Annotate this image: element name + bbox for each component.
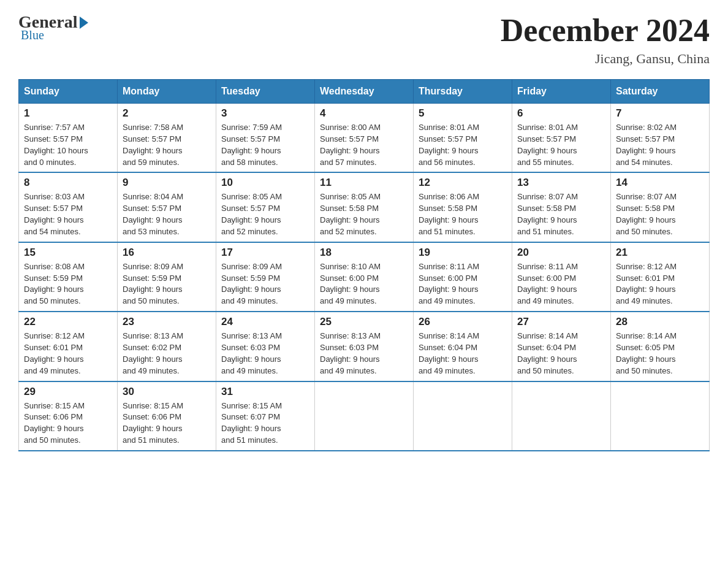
calendar-day-cell: 30Sunrise: 8:15 AMSunset: 6:06 PMDayligh… <box>118 381 216 451</box>
col-header-saturday: Saturday <box>611 80 710 104</box>
day-number: 18 <box>320 247 408 259</box>
calendar-day-cell: 21Sunrise: 8:12 AMSunset: 6:01 PMDayligh… <box>611 242 710 312</box>
calendar-week-row: 1Sunrise: 7:57 AMSunset: 5:57 PMDaylight… <box>19 104 710 173</box>
calendar-day-cell: 3Sunrise: 7:59 AMSunset: 5:57 PMDaylight… <box>216 104 315 173</box>
day-info: Sunrise: 8:01 AMSunset: 5:57 PMDaylight:… <box>517 122 605 168</box>
day-info: Sunrise: 8:15 AMSunset: 6:06 PMDaylight:… <box>24 400 112 446</box>
calendar-day-cell: 1Sunrise: 7:57 AMSunset: 5:57 PMDaylight… <box>19 104 118 173</box>
empty-cell <box>611 381 710 451</box>
day-number: 24 <box>221 316 309 328</box>
day-info: Sunrise: 8:14 AMSunset: 6:04 PMDaylight:… <box>419 331 507 377</box>
logo: General Blue <box>18 12 88 42</box>
day-number: 3 <box>221 107 309 120</box>
col-header-wednesday: Wednesday <box>315 80 414 104</box>
calendar-day-cell: 4Sunrise: 8:00 AMSunset: 5:57 PMDaylight… <box>315 104 414 173</box>
calendar-day-cell: 27Sunrise: 8:14 AMSunset: 6:04 PMDayligh… <box>512 312 611 381</box>
day-number: 2 <box>123 107 211 120</box>
calendar-week-row: 8Sunrise: 8:03 AMSunset: 5:57 PMDaylight… <box>19 172 710 242</box>
logo-blue-text: Blue <box>21 28 44 42</box>
title-block: December 2024 Jicang, Gansu, China <box>501 12 710 67</box>
day-info: Sunrise: 8:12 AMSunset: 6:01 PMDaylight:… <box>616 261 704 307</box>
calendar-table: SundayMondayTuesdayWednesdayThursdayFrid… <box>18 79 710 451</box>
calendar-day-cell: 23Sunrise: 8:13 AMSunset: 6:02 PMDayligh… <box>118 312 216 381</box>
calendar-day-cell: 2Sunrise: 7:58 AMSunset: 5:57 PMDaylight… <box>118 104 216 173</box>
day-number: 12 <box>419 177 507 189</box>
calendar-day-cell: 17Sunrise: 8:09 AMSunset: 5:59 PMDayligh… <box>216 242 315 312</box>
day-info: Sunrise: 8:01 AMSunset: 5:57 PMDaylight:… <box>419 122 507 168</box>
day-info: Sunrise: 8:13 AMSunset: 6:03 PMDaylight:… <box>320 331 408 377</box>
calendar-header-row: SundayMondayTuesdayWednesdayThursdayFrid… <box>19 80 710 104</box>
calendar-day-cell: 25Sunrise: 8:13 AMSunset: 6:03 PMDayligh… <box>315 312 414 381</box>
day-info: Sunrise: 8:06 AMSunset: 5:58 PMDaylight:… <box>419 191 507 237</box>
day-info: Sunrise: 8:13 AMSunset: 6:02 PMDaylight:… <box>123 331 211 377</box>
day-info: Sunrise: 8:07 AMSunset: 5:58 PMDaylight:… <box>616 191 704 237</box>
day-info: Sunrise: 8:14 AMSunset: 6:05 PMDaylight:… <box>616 331 704 377</box>
location-subtitle: Jicang, Gansu, China <box>501 51 710 67</box>
day-number: 28 <box>616 316 704 328</box>
day-info: Sunrise: 7:59 AMSunset: 5:57 PMDaylight:… <box>221 122 309 168</box>
logo-arrow-icon <box>80 17 88 29</box>
day-info: Sunrise: 8:14 AMSunset: 6:04 PMDaylight:… <box>517 331 605 377</box>
day-number: 19 <box>419 247 507 259</box>
month-title: December 2024 <box>501 12 710 48</box>
calendar-day-cell: 6Sunrise: 8:01 AMSunset: 5:57 PMDaylight… <box>512 104 611 173</box>
day-number: 13 <box>517 177 605 189</box>
day-info: Sunrise: 8:10 AMSunset: 6:00 PMDaylight:… <box>320 261 408 307</box>
calendar-day-cell: 12Sunrise: 8:06 AMSunset: 5:58 PMDayligh… <box>414 172 512 242</box>
day-number: 1 <box>24 107 112 120</box>
day-number: 14 <box>616 177 704 189</box>
day-number: 26 <box>419 316 507 328</box>
calendar-day-cell: 10Sunrise: 8:05 AMSunset: 5:57 PMDayligh… <box>216 172 315 242</box>
col-header-sunday: Sunday <box>19 80 118 104</box>
day-number: 27 <box>517 316 605 328</box>
day-number: 10 <box>221 177 309 189</box>
page-header: General Blue December 2024 Jicang, Gansu… <box>18 12 710 67</box>
calendar-day-cell: 28Sunrise: 8:14 AMSunset: 6:05 PMDayligh… <box>611 312 710 381</box>
col-header-tuesday: Tuesday <box>216 80 315 104</box>
calendar-day-cell: 18Sunrise: 8:10 AMSunset: 6:00 PMDayligh… <box>315 242 414 312</box>
day-info: Sunrise: 8:07 AMSunset: 5:58 PMDaylight:… <box>517 191 605 237</box>
day-info: Sunrise: 8:02 AMSunset: 5:57 PMDaylight:… <box>616 122 704 168</box>
calendar-day-cell: 11Sunrise: 8:05 AMSunset: 5:58 PMDayligh… <box>315 172 414 242</box>
day-info: Sunrise: 8:09 AMSunset: 5:59 PMDaylight:… <box>221 261 309 307</box>
day-number: 22 <box>24 316 112 328</box>
calendar-day-cell: 13Sunrise: 8:07 AMSunset: 5:58 PMDayligh… <box>512 172 611 242</box>
calendar-day-cell: 26Sunrise: 8:14 AMSunset: 6:04 PMDayligh… <box>414 312 512 381</box>
day-info: Sunrise: 8:11 AMSunset: 6:00 PMDaylight:… <box>419 261 507 307</box>
day-info: Sunrise: 7:57 AMSunset: 5:57 PMDaylight:… <box>24 122 112 168</box>
day-number: 20 <box>517 247 605 259</box>
calendar-day-cell: 19Sunrise: 8:11 AMSunset: 6:00 PMDayligh… <box>414 242 512 312</box>
day-info: Sunrise: 8:15 AMSunset: 6:06 PMDaylight:… <box>123 400 211 446</box>
day-info: Sunrise: 7:58 AMSunset: 5:57 PMDaylight:… <box>123 122 211 168</box>
calendar-day-cell: 24Sunrise: 8:13 AMSunset: 6:03 PMDayligh… <box>216 312 315 381</box>
empty-cell <box>414 381 512 451</box>
day-number: 7 <box>616 107 704 120</box>
col-header-thursday: Thursday <box>414 80 512 104</box>
col-header-monday: Monday <box>118 80 216 104</box>
day-number: 6 <box>517 107 605 120</box>
day-number: 29 <box>24 386 112 398</box>
day-number: 4 <box>320 107 408 120</box>
day-number: 30 <box>123 386 211 398</box>
day-number: 5 <box>419 107 507 120</box>
day-number: 21 <box>616 247 704 259</box>
calendar-day-cell: 14Sunrise: 8:07 AMSunset: 5:58 PMDayligh… <box>611 172 710 242</box>
calendar-day-cell: 15Sunrise: 8:08 AMSunset: 5:59 PMDayligh… <box>19 242 118 312</box>
empty-cell <box>315 381 414 451</box>
calendar-day-cell: 5Sunrise: 8:01 AMSunset: 5:57 PMDaylight… <box>414 104 512 173</box>
day-info: Sunrise: 8:11 AMSunset: 6:00 PMDaylight:… <box>517 261 605 307</box>
calendar-day-cell: 31Sunrise: 8:15 AMSunset: 6:07 PMDayligh… <box>216 381 315 451</box>
day-number: 8 <box>24 177 112 189</box>
calendar-day-cell: 29Sunrise: 8:15 AMSunset: 6:06 PMDayligh… <box>19 381 118 451</box>
calendar-day-cell: 7Sunrise: 8:02 AMSunset: 5:57 PMDaylight… <box>611 104 710 173</box>
day-info: Sunrise: 8:05 AMSunset: 5:58 PMDaylight:… <box>320 191 408 237</box>
calendar-day-cell: 20Sunrise: 8:11 AMSunset: 6:00 PMDayligh… <box>512 242 611 312</box>
day-info: Sunrise: 8:05 AMSunset: 5:57 PMDaylight:… <box>221 191 309 237</box>
day-info: Sunrise: 8:00 AMSunset: 5:57 PMDaylight:… <box>320 122 408 168</box>
day-info: Sunrise: 8:04 AMSunset: 5:57 PMDaylight:… <box>123 191 211 237</box>
day-number: 25 <box>320 316 408 328</box>
calendar-day-cell: 8Sunrise: 8:03 AMSunset: 5:57 PMDaylight… <box>19 172 118 242</box>
day-number: 15 <box>24 247 112 259</box>
day-info: Sunrise: 8:08 AMSunset: 5:59 PMDaylight:… <box>24 261 112 307</box>
day-number: 17 <box>221 247 309 259</box>
